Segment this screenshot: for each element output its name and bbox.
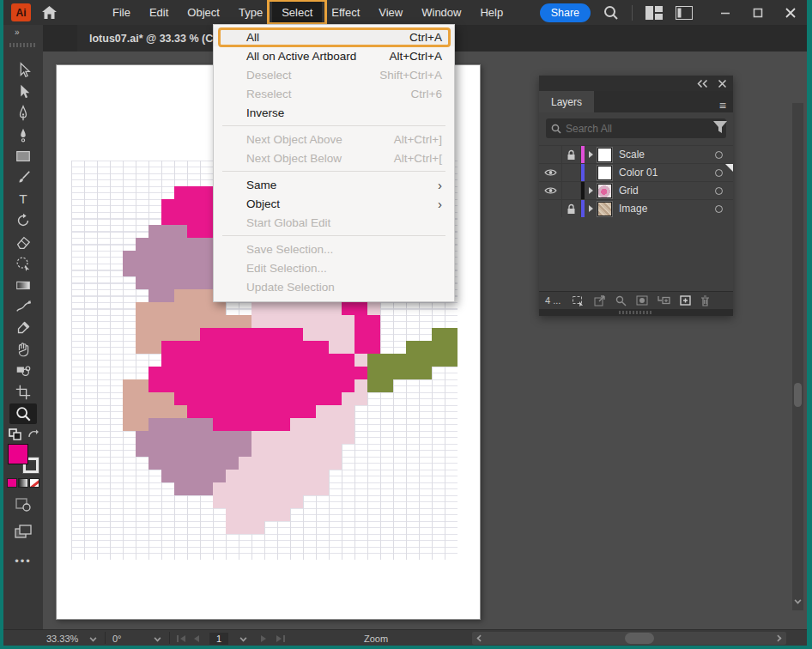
previous-artboard-icon[interactable]: [194, 630, 199, 646]
rectangle-tool-icon[interactable]: [9, 146, 37, 167]
arrange-documents-icon[interactable]: [676, 6, 693, 20]
symbol-sprayer-tool-icon[interactable]: [9, 361, 37, 381]
menu-select[interactable]: Select: [272, 2, 322, 23]
scroll-down-icon[interactable]: [795, 597, 802, 604]
menu-effect[interactable]: Effect: [322, 2, 369, 23]
lock-toggle[interactable]: [562, 146, 581, 163]
none-mode-swatch[interactable]: [29, 478, 39, 488]
gradient-mode-swatch[interactable]: [18, 478, 28, 488]
first-artboard-icon[interactable]: [177, 630, 185, 646]
layers-search-input[interactable]: [566, 123, 686, 135]
horizontal-scrollbar-thumb[interactable]: [625, 633, 654, 644]
layer-target-icon[interactable]: [715, 187, 723, 195]
export-icon[interactable]: [594, 295, 606, 306]
new-layer-icon[interactable]: [680, 295, 691, 306]
expand-toolbar-icon[interactable]: »: [15, 27, 19, 37]
layer-thumbnail[interactable]: [597, 184, 612, 198]
zoom-dropdown-icon[interactable]: [90, 630, 96, 646]
maximize-button[interactable]: [747, 4, 769, 21]
layer-thumbnail[interactable]: [597, 148, 612, 162]
vertical-scrollbar-thumb[interactable]: [794, 383, 802, 407]
toolbar-grip[interactable]: [9, 43, 37, 47]
panel-resize-grip[interactable]: [539, 309, 733, 316]
paintbrush-tool-icon[interactable]: [9, 167, 37, 188]
bounding-box-icon[interactable]: [572, 295, 585, 306]
pen-tool-icon[interactable]: [9, 103, 37, 124]
expand-layer-icon[interactable]: [585, 205, 597, 212]
direct-selection-tool-icon[interactable]: [9, 82, 37, 102]
tab-layers[interactable]: Layers: [539, 91, 594, 112]
menu-item-all-on-active-artboard[interactable]: All on Active ArtboardAlt+Ctrl+A: [214, 46, 454, 65]
visibility-toggle[interactable]: [539, 164, 562, 181]
more-tools-icon[interactable]: •••: [15, 555, 32, 567]
selection-tool-icon[interactable]: [9, 60, 37, 81]
artboard-tool-icon[interactable]: [9, 382, 37, 403]
collapse-panel-icon[interactable]: [697, 80, 708, 88]
rotation-value[interactable]: 0°: [112, 630, 122, 646]
fill-stroke-indicator[interactable]: [8, 444, 39, 473]
layer-row-grid[interactable]: Grid: [539, 181, 733, 199]
artboard-dropdown-icon[interactable]: [240, 630, 246, 646]
close-button[interactable]: [779, 4, 802, 21]
layer-target-icon[interactable]: [715, 169, 723, 177]
menu-help[interactable]: Help: [470, 2, 512, 23]
visibility-toggle[interactable]: [539, 182, 562, 199]
fill-swatch[interactable]: [8, 444, 28, 464]
layer-name[interactable]: Grid: [619, 185, 639, 197]
lock-toggle[interactable]: [562, 200, 581, 217]
menu-object[interactable]: Object: [178, 2, 229, 23]
make-mask-icon[interactable]: [636, 295, 648, 306]
hand-tool-icon[interactable]: [9, 339, 37, 360]
menu-item-all[interactable]: AllCtrl+A: [214, 27, 454, 46]
menu-type[interactable]: Type: [229, 2, 272, 23]
panel-menu-icon[interactable]: ≡: [719, 99, 733, 112]
expand-layer-icon[interactable]: [585, 187, 597, 194]
color-mode-swatch[interactable]: [7, 478, 17, 488]
rotate-tool-icon[interactable]: [9, 210, 37, 231]
horizontal-scrollbar[interactable]: [472, 632, 786, 645]
home-icon[interactable]: [42, 6, 57, 19]
last-artboard-icon[interactable]: [276, 630, 285, 646]
layer-name[interactable]: Color 01: [619, 167, 657, 179]
menu-item-object[interactable]: Object›: [214, 194, 454, 213]
lock-toggle[interactable]: [562, 164, 581, 181]
zoom-level[interactable]: 33.33%: [46, 630, 78, 646]
visibility-toggle[interactable]: [539, 200, 562, 217]
menu-item-same[interactable]: Same›: [214, 175, 454, 194]
filter-icon[interactable]: [713, 121, 727, 133]
delete-layer-icon[interactable]: [700, 295, 710, 306]
layer-row-color-01[interactable]: Color 01: [539, 163, 733, 181]
screen-mode-icon[interactable]: [9, 521, 37, 542]
menu-item-inverse[interactable]: Inverse: [214, 103, 454, 122]
locate-object-icon[interactable]: [615, 295, 627, 306]
draw-mode-icon[interactable]: [9, 494, 37, 515]
eraser-tool-icon[interactable]: [9, 232, 37, 252]
layer-target-icon[interactable]: [715, 205, 723, 213]
artboard-number-field[interactable]: 1: [209, 630, 228, 646]
share-button[interactable]: Share: [540, 3, 591, 22]
zoom-tool-icon[interactable]: [9, 403, 37, 424]
eyedropper-tool-icon[interactable]: [9, 318, 37, 338]
close-panel-icon[interactable]: [718, 80, 726, 88]
menu-file[interactable]: File: [103, 2, 140, 23]
layer-thumbnail[interactable]: [597, 202, 612, 216]
workspace-switcher-icon[interactable]: [645, 6, 663, 20]
menu-edit[interactable]: Edit: [140, 2, 178, 23]
swap-fill-stroke-icon[interactable]: [27, 429, 39, 440]
type-tool-icon[interactable]: T: [9, 189, 37, 209]
next-artboard-icon[interactable]: [261, 630, 266, 646]
visibility-toggle[interactable]: [539, 146, 562, 163]
layer-name[interactable]: Image: [619, 203, 647, 215]
curvature-tool-icon[interactable]: [9, 124, 37, 145]
lock-toggle[interactable]: [562, 182, 581, 199]
scroll-left-icon[interactable]: [477, 635, 484, 642]
layer-thumbnail[interactable]: [597, 166, 612, 180]
app-logo-icon[interactable]: Ai: [11, 3, 31, 21]
new-sublayer-icon[interactable]: [657, 295, 670, 306]
search-icon[interactable]: [603, 5, 619, 21]
minimize-button[interactable]: [714, 4, 736, 21]
default-fill-stroke-icon[interactable]: [9, 428, 22, 440]
gradient-tool-icon[interactable]: [9, 275, 37, 295]
layer-row-image[interactable]: Image: [539, 199, 733, 217]
shaper-tool-icon[interactable]: [9, 253, 37, 274]
